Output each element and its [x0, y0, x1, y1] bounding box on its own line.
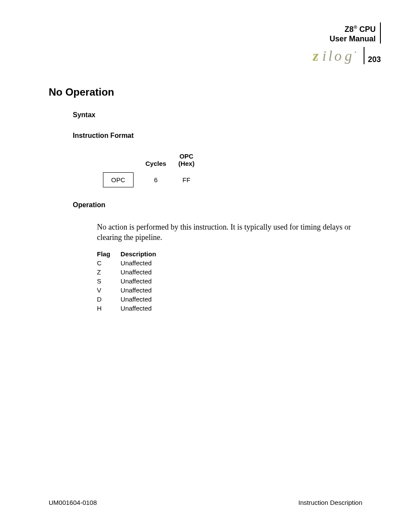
page-footer: UM001604-0108 Instruction Description: [49, 499, 362, 506]
table-row: S Unaffected: [97, 277, 166, 286]
footer-doc-id: UM001604-0108: [49, 499, 97, 506]
svg-text:i: i: [322, 48, 326, 64]
col-opc-hex: OPC (Hex): [172, 152, 201, 170]
page-content: No Operation Syntax Instruction Format C…: [49, 86, 362, 313]
syntax-heading: Syntax: [73, 111, 362, 119]
table-row: C Unaffected: [97, 258, 166, 268]
svg-text:z: z: [313, 48, 319, 64]
page-title: No Operation: [49, 86, 362, 98]
footer-section: Instruction Description: [299, 499, 362, 506]
cycles-value: 6: [140, 170, 172, 190]
flag-table: Flag Description C Unaffected Z Unaffect…: [97, 249, 166, 313]
table-row: Z Unaffected: [97, 268, 166, 277]
flag-head-flag: Flag: [97, 249, 121, 258]
page-header: Z8® CPU User Manual z i l o g 203: [313, 22, 381, 64]
table-row: H Unaffected: [97, 304, 166, 313]
instruction-format-heading: Instruction Format: [73, 132, 362, 140]
header-title-block: Z8® CPU User Manual: [330, 22, 381, 44]
page-number: 203: [368, 55, 381, 64]
col-cycles: Cycles: [140, 152, 172, 170]
header-product-line2: User Manual: [330, 34, 376, 44]
opc-box: OPC: [103, 172, 134, 187]
opc-hex-value: FF: [172, 170, 201, 190]
svg-point-5: [355, 51, 356, 53]
svg-text:o: o: [334, 48, 342, 64]
header-product-line1: Z8® CPU: [330, 22, 376, 34]
svg-text:l: l: [328, 48, 332, 64]
zilog-logo-icon: z i l o g: [313, 47, 360, 64]
table-row: V Unaffected: [97, 286, 166, 295]
svg-text:g: g: [345, 48, 352, 64]
instruction-format-block: Cycles OPC (Hex) OPC 6 FF: [97, 152, 362, 190]
flag-head-desc: Description: [121, 249, 167, 258]
table-row: D Unaffected: [97, 295, 166, 304]
operation-description: No action is performed by this instructi…: [97, 222, 362, 243]
operation-heading: Operation: [73, 201, 362, 209]
